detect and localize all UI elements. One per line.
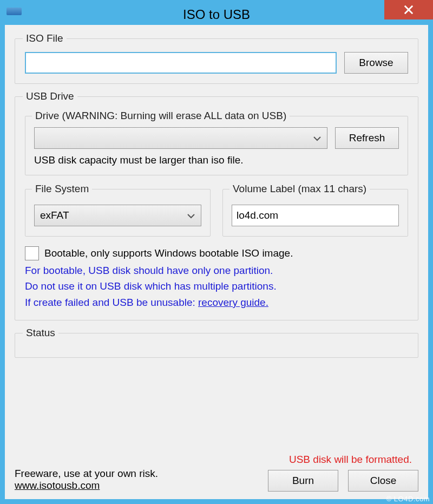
watermark: © LO4D.com xyxy=(386,495,430,503)
bootable-label: Bootable, only supports Windows bootable… xyxy=(44,247,293,259)
usb-drive-group: USB Drive Drive (WARNING: Burning will e… xyxy=(15,90,418,320)
chevron-down-icon xyxy=(187,210,195,221)
freeware-label: Freeware, use at your own risk. xyxy=(15,468,158,480)
status-group: Status xyxy=(15,327,418,358)
recovery-guide-link[interactable]: recovery guide. xyxy=(198,297,268,308)
drive-warning-legend: Drive (WARNING: Burning will erase ALL d… xyxy=(32,110,290,122)
app-icon xyxy=(6,8,22,15)
app-window: ISO to USB ISO File Browse USB Drive Dri… xyxy=(0,0,433,504)
refresh-button[interactable]: Refresh xyxy=(335,127,399,149)
note-line-2: Do not use it on USB disk which has mult… xyxy=(25,278,408,294)
footer-info: Freeware, use at your own risk. www.isot… xyxy=(15,468,158,492)
drive-select-group: Drive (WARNING: Burning will erase ALL d… xyxy=(25,110,408,175)
volume-label-legend: Volume Label (max 11 chars) xyxy=(229,183,370,195)
close-button[interactable]: Close xyxy=(348,470,418,492)
bootable-checkbox[interactable] xyxy=(25,246,39,260)
format-warning: USB disk will be formatted. xyxy=(15,454,418,466)
close-icon xyxy=(404,5,414,15)
burn-button[interactable]: Burn xyxy=(268,470,338,492)
window-close-button[interactable] xyxy=(384,0,433,19)
capacity-hint: USB disk capacity must be larger than is… xyxy=(34,154,399,166)
bootable-note: For bootable, USB disk should have only … xyxy=(25,263,408,310)
footer: USB disk will be formatted. Freeware, us… xyxy=(15,454,418,492)
chevron-down-icon xyxy=(313,132,322,144)
content-area: ISO File Browse USB Drive Drive (WARNING… xyxy=(5,25,428,499)
note-line-3: If create failed and USB be unusable: re… xyxy=(25,294,408,310)
window-title: ISO to USB xyxy=(0,3,433,22)
file-system-dropdown[interactable]: exFAT xyxy=(34,205,201,226)
iso-file-legend: ISO File xyxy=(23,32,67,44)
status-legend: Status xyxy=(23,327,58,339)
drive-dropdown[interactable] xyxy=(34,127,327,149)
file-system-selected: exFAT xyxy=(40,210,69,221)
iso-file-group: ISO File Browse xyxy=(15,32,418,84)
file-system-group: File System exFAT xyxy=(25,183,211,237)
usb-drive-legend: USB Drive xyxy=(23,90,77,102)
volume-label-group: Volume Label (max 11 chars) xyxy=(222,183,408,237)
titlebar[interactable]: ISO to USB xyxy=(0,0,433,25)
website-link[interactable]: www.isotousb.com xyxy=(15,480,100,491)
volume-label-input[interactable] xyxy=(232,205,399,226)
browse-button[interactable]: Browse xyxy=(344,52,408,74)
file-system-legend: File System xyxy=(32,183,92,195)
iso-path-input[interactable] xyxy=(25,52,337,74)
note-line-1: For bootable, USB disk should have only … xyxy=(25,263,408,278)
